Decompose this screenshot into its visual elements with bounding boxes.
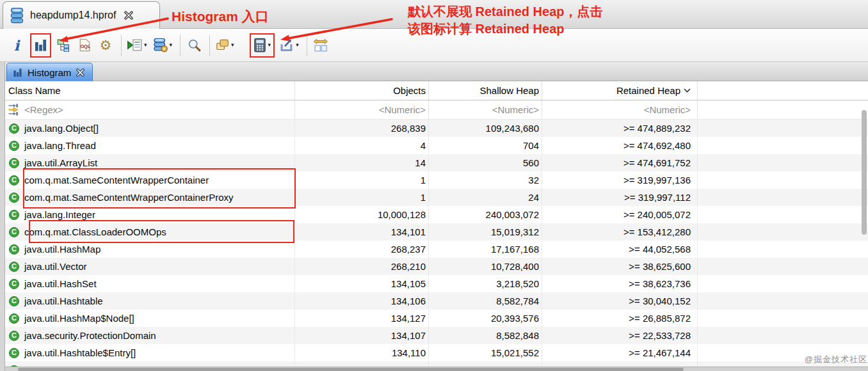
toolbar-button-oql[interactable]: OQL [77, 35, 92, 56]
toolbar-button-calculator[interactable]: ▾ [250, 33, 275, 58]
annotation-retained-line2: 该图标计算 Retained Heap [408, 20, 602, 38]
table-row[interactable]: C java.util.Hashtable$Entry[] 134,110 15… [5, 344, 868, 361]
annotation-retained-line1: 默认不展现 Retained Heap，点击 [408, 3, 602, 20]
toolbar-separator [180, 35, 181, 56]
histogram-icon [34, 38, 47, 52]
table-row[interactable]: C java.util.HashMap 268,237 17,167,168 >… [5, 241, 868, 258]
table-row[interactable]: C com.q.mat.ClassLoaderOOMOps 134,101 15… [5, 223, 868, 241]
class-icon: C [9, 244, 19, 255]
expert-tests-icon [127, 38, 142, 52]
table-row[interactable]: C java.util.ArrayList 14 560 >= 474,691,… [5, 154, 868, 171]
export-icon [279, 38, 294, 52]
editor-tab-close-icon[interactable] [124, 11, 133, 20]
compare-icon [313, 38, 329, 52]
table-row[interactable]: C java.security.ProtectionDomain 134,107… [5, 327, 868, 344]
info-icon: i [14, 38, 19, 52]
filter-shallow-heap[interactable]: <Numeric> [429, 100, 542, 119]
regex-filter-icon [8, 104, 20, 116]
table-row[interactable]: C java.util.Vector 268,210 10,728,400 >=… [5, 258, 868, 275]
histogram-table: Class Name Objects Shallow Heap Retained… [5, 81, 868, 371]
class-icon: C [9, 279, 19, 289]
heap-dump-database-icon [10, 8, 24, 24]
watermark: @掘金技术社区 [805, 354, 867, 365]
filter-objects[interactable]: <Numeric> [295, 100, 429, 119]
view-tab-close-icon[interactable] [76, 68, 84, 77]
class-icon: C [9, 141, 19, 151]
column-header-empty [698, 81, 868, 100]
query-browser-icon [153, 38, 168, 52]
table-row[interactable]: C com.q.mat.SameContentWrapperContainerP… [5, 189, 868, 206]
class-icon: C [9, 348, 19, 358]
table-row[interactable]: C com.q.mat.SameContentWrapperContainer … [5, 171, 868, 189]
view-tab-label: Histogram [28, 67, 71, 78]
toolbar-button-group-by[interactable]: ▾ [216, 35, 234, 56]
oql-icon: OQL [78, 38, 92, 52]
filter-retained-heap[interactable]: <Numeric> [542, 100, 698, 119]
table-row[interactable]: C java.lang.Object[] 268,839 109,243,680… [5, 120, 868, 137]
editor-tab-title: heapdump14.hprof [30, 10, 116, 21]
svg-text:OQL: OQL [80, 43, 90, 49]
mat-window: heapdump14.hprof iOQL⚙▾▾▾▾▾ Histogram [0, 0, 868, 371]
toolbar-button-histogram[interactable] [30, 33, 51, 58]
toolbar-button-info[interactable]: i [9, 35, 24, 56]
toolbar-separator [307, 35, 307, 56]
column-header-class-name[interactable]: Class Name [5, 81, 295, 100]
dropdown-arrow-icon[interactable]: ▾ [170, 42, 173, 48]
toolbar-button-dominator-tree[interactable] [56, 35, 71, 56]
search-icon [188, 38, 201, 52]
column-header-retained-heap[interactable]: Retained Heap [542, 81, 698, 100]
toolbar-button-export[interactable]: ▾ [279, 35, 299, 56]
toolbar-button-query-browser[interactable]: ▾ [153, 35, 173, 56]
class-icon: C [9, 227, 19, 237]
calculator-icon [253, 38, 266, 52]
tab-histogram[interactable]: Histogram [6, 63, 93, 81]
dropdown-arrow-icon[interactable]: ▾ [268, 42, 271, 48]
table-row[interactable]: C java.lang.Thread 4 704 >= 474,692,480 [5, 137, 868, 154]
class-icon: C [9, 210, 19, 220]
class-icon: C [9, 175, 19, 186]
horizontal-scrollbar-thumb[interactable] [18, 368, 684, 371]
dominator-tree-icon [57, 38, 70, 52]
class-icon: C [9, 296, 19, 306]
toolbar-button-compare[interactable] [313, 35, 329, 56]
annotation-retained-heap: 默认不展现 Retained Heap，点击 该图标计算 Retained He… [408, 3, 602, 38]
table-row[interactable]: C java.util.Hashtable 134,106 8,582,784 … [5, 292, 868, 310]
annotation-histogram-entry: Histogram 入口 [172, 8, 269, 26]
dropdown-arrow-icon[interactable]: ▾ [231, 42, 234, 48]
toolbar-separator [209, 35, 210, 56]
class-icon: C [9, 313, 19, 324]
class-icon: C [9, 158, 19, 168]
table-row[interactable]: C java.util.HashMap$Node[] 134,127 20,39… [5, 310, 868, 327]
editor-tab-heapdump[interactable]: heapdump14.hprof [3, 1, 160, 29]
sort-desc-icon [684, 88, 691, 93]
class-icon: C [9, 193, 19, 203]
class-icon: C [9, 123, 19, 134]
dropdown-arrow-icon[interactable]: ▾ [296, 42, 299, 48]
table-header-row: Class Name Objects Shallow Heap Retained… [5, 81, 868, 100]
toolbar-button-search[interactable] [186, 35, 202, 56]
window-left-gutter [0, 62, 5, 371]
class-icon: C [9, 331, 19, 341]
toolbar-button-expert-tests[interactable]: ▾ [127, 35, 147, 56]
column-header-objects[interactable]: Objects [295, 81, 429, 100]
group-by-icon [216, 38, 229, 52]
histogram-tab-icon [13, 68, 22, 77]
horizontal-scrollbar-track[interactable] [5, 367, 868, 371]
toolbar-separator [121, 35, 122, 56]
filter-class-name[interactable]: <Regex> [5, 100, 295, 119]
view-tabbar: Histogram [5, 62, 868, 81]
toolbar-button-gear[interactable]: ⚙ [98, 35, 113, 56]
column-header-shallow-heap[interactable]: Shallow Heap [429, 81, 542, 100]
dropdown-arrow-icon[interactable]: ▾ [144, 42, 147, 48]
table-row[interactable]: C java.util.HashSet 134,105 3,218,520 >=… [5, 275, 868, 292]
class-icon: C [9, 262, 19, 272]
table-body: C java.lang.Object[] 268,839 109,243,680… [5, 120, 868, 371]
gear-icon: ⚙ [100, 38, 112, 52]
vertical-scrollbar-thumb[interactable] [862, 110, 867, 235]
table-filter-row: <Regex> <Numeric> <Numeric> <Numeric> [5, 100, 868, 120]
table-row[interactable]: C java.lang.Integer 10,000,128 240,003,0… [5, 206, 868, 223]
